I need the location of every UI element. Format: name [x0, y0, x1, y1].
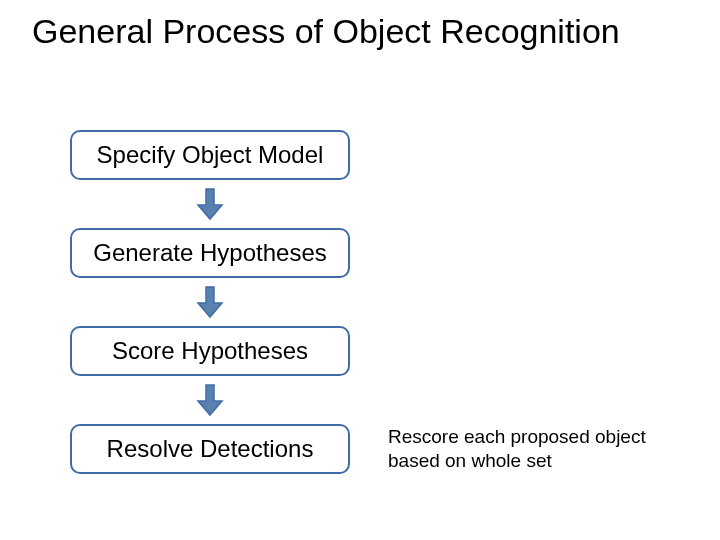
- step-box-2: Generate Hypotheses: [70, 228, 350, 278]
- arrow-3: [70, 376, 350, 424]
- down-arrow-icon: [196, 383, 224, 417]
- down-arrow-icon: [196, 285, 224, 319]
- step-box-1: Specify Object Model: [70, 130, 350, 180]
- step-label: Score Hypotheses: [112, 337, 308, 365]
- step-label: Resolve Detections: [107, 435, 314, 463]
- steps-column: Specify Object Model Generate Hypotheses…: [70, 130, 350, 474]
- step-label: Specify Object Model: [97, 141, 324, 169]
- arrow-1: [70, 180, 350, 228]
- down-arrow-icon: [196, 187, 224, 221]
- arrow-2: [70, 278, 350, 326]
- step-box-3: Score Hypotheses: [70, 326, 350, 376]
- step-box-4: Resolve Detections: [70, 424, 350, 474]
- annotation-text: Rescore each proposed object based on wh…: [388, 425, 668, 473]
- page-title: General Process of Object Recognition: [32, 12, 620, 51]
- step-label: Generate Hypotheses: [93, 239, 326, 267]
